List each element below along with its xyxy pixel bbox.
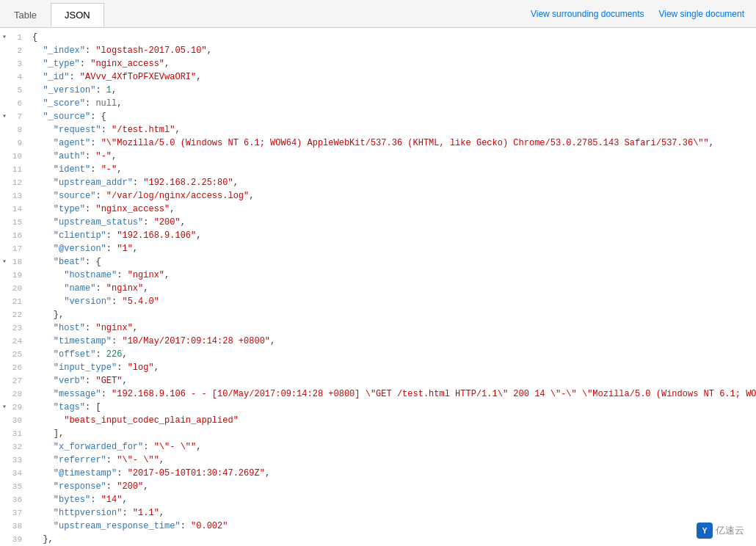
line-number: 18: [10, 255, 25, 269]
indent: [32, 112, 43, 122]
str-token: "nginx": [95, 323, 132, 333]
line-number: 1: [10, 31, 25, 44]
indent: [32, 217, 54, 228]
punct-token: ,: [249, 191, 254, 201]
json-line: 37 "httpversion": "1.1",: [0, 506, 756, 520]
tab-json[interactable]: JSON: [51, 3, 104, 26]
key-token: "ident": [54, 164, 90, 175]
line-content: "type": "nginx_access",: [29, 203, 756, 216]
line-toggle: [0, 269, 9, 282]
indent: [32, 151, 54, 161]
punct-token: :: [117, 468, 127, 478]
line-content: "timestamp": "10/May/2017:09:14:28 +0800…: [29, 335, 756, 348]
json-line: 11 "ident": "-",: [0, 163, 756, 176]
line-gutter: 38: [0, 520, 29, 533]
line-content: {: [29, 31, 756, 44]
key-token: "upstream_response_time": [54, 521, 181, 531]
null-token: null: [95, 98, 117, 109]
key-token: "@timestamp": [54, 468, 117, 478]
str-token: "10/May/2017:09:14:28 +0800": [122, 336, 270, 346]
key-token: "input_type": [54, 363, 117, 373]
line-number: 7: [10, 110, 25, 123]
line-toggle: [0, 295, 9, 308]
line-number: 12: [10, 176, 25, 189]
line-number: 27: [10, 374, 25, 387]
punct-token: :: [143, 442, 153, 452]
json-line: 36 "bytes": "14",: [0, 493, 756, 506]
punct-token: :: [95, 85, 106, 95]
view-surrounding-link[interactable]: View surrounding documents: [531, 9, 644, 19]
line-toggle: [0, 467, 9, 480]
json-line: 25 "offset": 226,: [0, 348, 756, 361]
line-gutter: 11: [0, 163, 29, 176]
punct-token: ,: [112, 151, 117, 161]
key-token: "_score": [43, 98, 85, 109]
line-toggle: [0, 84, 9, 97]
indent: [32, 72, 43, 82]
num-token: 226: [106, 349, 123, 360]
line-gutter: 35: [0, 480, 29, 493]
key-token: "offset": [54, 349, 96, 360]
indent: [32, 310, 54, 320]
line-gutter: 13: [0, 189, 29, 203]
indent: [32, 125, 54, 135]
indent: [32, 323, 54, 333]
line-content: "upstream_addr": "192.168.2.25:80",: [29, 176, 756, 189]
json-line: 19 "hostname": "nginx",: [0, 269, 756, 282]
line-content: "referrer": "\"- \"",: [29, 454, 756, 467]
line-gutter: 17: [0, 242, 29, 255]
line-gutter: 25: [0, 348, 29, 361]
punct-token: :: [69, 72, 79, 82]
line-number: 33: [10, 454, 25, 467]
tab-table[interactable]: Table: [0, 3, 51, 26]
line-toggle: [0, 440, 9, 454]
key-token: "response": [54, 481, 106, 492]
indent: [32, 363, 54, 373]
str-token: "192.168.9.106": [117, 230, 196, 241]
line-content: "message": "192.168.9.106 - - [10/May/20…: [29, 387, 756, 401]
str-token: "-": [95, 151, 112, 161]
line-toggle: [0, 480, 9, 493]
line-toggle: [0, 308, 9, 321]
line-content: "_type": "nginx_access",: [29, 57, 756, 70]
punct-token: ,: [265, 468, 270, 478]
str-token: "1.1": [133, 508, 159, 518]
indent: [32, 336, 54, 346]
punct-token: :: [106, 455, 117, 465]
punct-token: {: [32, 32, 37, 43]
view-single-link[interactable]: View single document: [658, 9, 744, 19]
indent: [32, 204, 54, 214]
line-content: "request": "/test.html",: [29, 123, 756, 136]
punct-token: :: [95, 283, 106, 294]
indent: [32, 244, 54, 254]
line-gutter: 21: [0, 295, 29, 308]
punct-token: ,: [143, 283, 148, 294]
punct-token: :: [122, 508, 132, 518]
line-toggle[interactable]: ▾: [0, 255, 9, 269]
json-line: 3 "_type": "nginx_access",: [0, 57, 756, 70]
punct-token: :: [101, 389, 112, 399]
punct-token: ,: [133, 244, 138, 254]
indent: [32, 164, 54, 175]
line-toggle[interactable]: ▾: [0, 110, 9, 123]
key-token: "beat": [54, 257, 85, 267]
line-toggle[interactable]: ▾: [0, 401, 9, 414]
line-content: "host": "nginx",: [29, 321, 756, 335]
key-token: "verb": [54, 376, 85, 386]
line-number: 11: [10, 163, 25, 176]
str-token: "nginx_access": [90, 59, 164, 69]
line-gutter: 5: [0, 84, 29, 97]
punct-token: ,: [159, 455, 164, 465]
punct-token: ,: [233, 178, 239, 188]
str-token: "beats_input_codec_plain_applied": [64, 415, 239, 426]
json-line: 17 "@version": "1",: [0, 242, 756, 255]
line-toggle: [0, 70, 9, 84]
punct-token: : {: [85, 257, 101, 267]
line-toggle[interactable]: ▾: [0, 31, 9, 44]
line-toggle: [0, 229, 9, 242]
line-gutter: 3: [0, 57, 29, 70]
line-content: "tags": [: [29, 401, 756, 414]
indent: [32, 98, 43, 109]
json-line: 30 "beats_input_codec_plain_applied": [0, 414, 756, 427]
key-token: "name": [64, 283, 95, 294]
